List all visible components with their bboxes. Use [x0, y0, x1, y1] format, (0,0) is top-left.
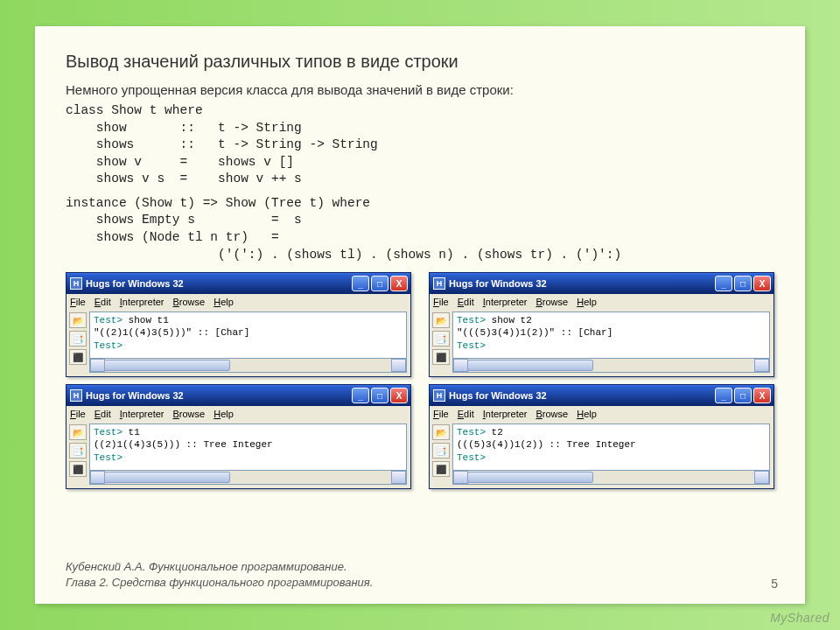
window-titlebar[interactable]: H Hugs for Windows 32 _ □ X	[66, 385, 410, 406]
menu-file[interactable]: File	[433, 297, 449, 307]
toolbar: 📂 📑 ⬛	[430, 422, 452, 488]
scripts-icon[interactable]: 📑	[432, 443, 450, 458]
toolbar: 📂 📑 ⬛	[66, 422, 89, 488]
horizontal-scrollbar[interactable]	[89, 471, 407, 485]
app-icon: H	[70, 277, 82, 290]
menu-interpreter[interactable]: Interpreter	[120, 297, 164, 307]
hugs-window: H Hugs for Windows 32 _ □ X File Edit In…	[66, 272, 411, 377]
page-number: 5	[771, 577, 778, 591]
footer-author: Кубенский А.А. Функциональное программир…	[66, 559, 373, 575]
menu-bar: File Edit Interpreter Browse Help	[66, 294, 410, 310]
slide: Вывод значений различных типов в виде ст…	[35, 26, 805, 604]
menu-edit[interactable]: Edit	[94, 409, 111, 419]
horizontal-scrollbar[interactable]	[452, 471, 770, 485]
menu-bar: File Edit Interpreter Browse Help	[430, 294, 774, 310]
menu-help[interactable]: Help	[577, 297, 597, 307]
window-title: Hugs for Windows 32	[449, 278, 715, 289]
hugs-window: H Hugs for Windows 32 _ □ X File Edit In…	[429, 272, 774, 377]
menu-edit[interactable]: Edit	[458, 297, 474, 307]
console-output[interactable]: Test> t1 ((2)1((4)3(5))) :: Tree Integer…	[89, 424, 407, 471]
toolbar: 📂 📑 ⬛	[66, 310, 89, 376]
console-output[interactable]: Test> show t2 "(((5)3(4))1(2))" :: [Char…	[452, 312, 770, 359]
slide-subtitle: Немного упрощенная версия класса для выв…	[66, 82, 774, 97]
minimize-button[interactable]: _	[352, 276, 369, 291]
menu-bar: File Edit Interpreter Browse Help	[430, 406, 774, 422]
menu-file[interactable]: File	[433, 409, 449, 419]
window-title: Hugs for Windows 32	[449, 390, 715, 401]
menu-browse[interactable]: Browse	[172, 297, 205, 307]
watermark: MyShared	[770, 611, 830, 625]
footer: Кубенский А.А. Функциональное программир…	[66, 559, 373, 591]
menu-bar: File Edit Interpreter Browse Help	[66, 406, 410, 422]
maximize-button[interactable]: □	[734, 276, 752, 291]
console-output[interactable]: Test> show t1 "((2)1((4)3(5)))" :: [Char…	[89, 312, 407, 359]
menu-interpreter[interactable]: Interpreter	[483, 409, 528, 419]
app-icon: H	[433, 277, 445, 290]
open-icon[interactable]: 📂	[69, 312, 87, 328]
stop-icon[interactable]: ⬛	[69, 349, 87, 365]
menu-help[interactable]: Help	[214, 297, 234, 307]
menu-file[interactable]: File	[70, 409, 86, 419]
stop-icon[interactable]: ⬛	[432, 349, 450, 365]
close-button[interactable]: X	[753, 276, 771, 291]
footer-chapter: Глава 2. Средства функционального програ…	[66, 575, 373, 591]
hugs-window: H Hugs for Windows 32 _ □ X File Edit In…	[429, 384, 774, 489]
windows-grid: H Hugs for Windows 32 _ □ X File Edit In…	[66, 272, 774, 489]
menu-edit[interactable]: Edit	[458, 409, 474, 419]
stop-icon[interactable]: ⬛	[69, 461, 87, 477]
open-icon[interactable]: 📂	[432, 424, 450, 440]
scripts-icon[interactable]: 📑	[432, 331, 450, 346]
menu-browse[interactable]: Browse	[172, 409, 205, 419]
menu-browse[interactable]: Browse	[536, 409, 568, 419]
minimize-button[interactable]: _	[352, 388, 369, 403]
menu-file[interactable]: File	[70, 297, 86, 307]
close-button[interactable]: X	[390, 276, 408, 291]
window-title: Hugs for Windows 32	[86, 390, 352, 401]
stop-icon[interactable]: ⬛	[432, 461, 450, 477]
code-block-instance: instance (Show t) => Show (Tree t) where…	[66, 195, 774, 263]
scripts-icon[interactable]: 📑	[69, 331, 87, 346]
menu-edit[interactable]: Edit	[94, 297, 111, 307]
maximize-button[interactable]: □	[371, 276, 388, 291]
maximize-button[interactable]: □	[734, 388, 752, 403]
menu-interpreter[interactable]: Interpreter	[120, 409, 164, 419]
open-icon[interactable]: 📂	[69, 424, 87, 440]
minimize-button[interactable]: _	[715, 388, 732, 403]
horizontal-scrollbar[interactable]	[89, 359, 407, 373]
horizontal-scrollbar[interactable]	[452, 359, 770, 373]
window-title: Hugs for Windows 32	[86, 278, 352, 289]
app-icon: H	[433, 389, 445, 402]
maximize-button[interactable]: □	[371, 388, 388, 403]
slide-title: Вывод значений различных типов в виде ст…	[66, 52, 774, 72]
menu-browse[interactable]: Browse	[536, 297, 568, 307]
toolbar: 📂 📑 ⬛	[430, 310, 452, 376]
app-icon: H	[70, 389, 82, 402]
window-titlebar[interactable]: H Hugs for Windows 32 _ □ X	[430, 273, 774, 294]
menu-help[interactable]: Help	[214, 409, 234, 419]
menu-help[interactable]: Help	[577, 409, 597, 419]
menu-interpreter[interactable]: Interpreter	[483, 297, 528, 307]
code-block-class: class Show t where show :: t -> String s…	[66, 102, 774, 188]
console-output[interactable]: Test> t2 (((5)3(4))1(2)) :: Tree Integer…	[452, 424, 770, 471]
window-titlebar[interactable]: H Hugs for Windows 32 _ □ X	[430, 385, 774, 406]
minimize-button[interactable]: _	[715, 276, 732, 291]
close-button[interactable]: X	[753, 388, 771, 403]
close-button[interactable]: X	[390, 388, 408, 403]
open-icon[interactable]: 📂	[432, 312, 450, 328]
scripts-icon[interactable]: 📑	[69, 443, 87, 458]
window-titlebar[interactable]: H Hugs for Windows 32 _ □ X	[66, 273, 410, 294]
hugs-window: H Hugs for Windows 32 _ □ X File Edit In…	[66, 384, 411, 489]
